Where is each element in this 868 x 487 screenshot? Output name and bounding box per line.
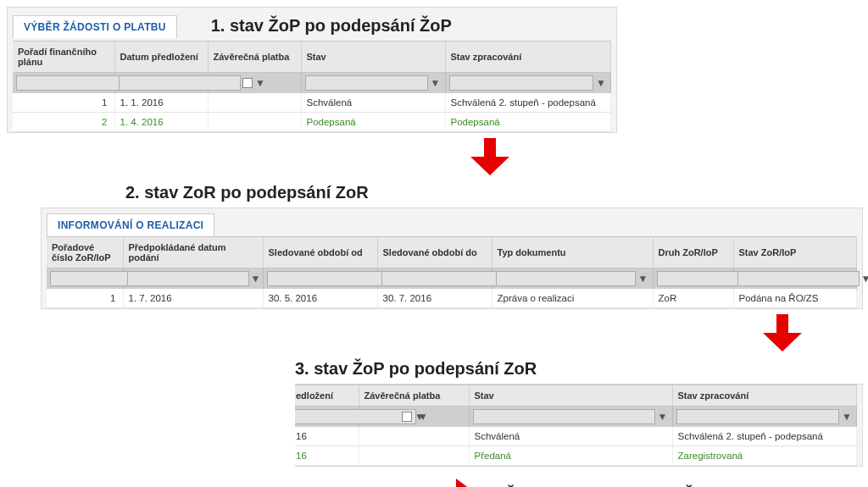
- cell-stav-zprac: Zaregistrovaná: [672, 446, 857, 466]
- cell-zaverecna: [208, 93, 301, 113]
- filter-input[interactable]: [381, 271, 504, 286]
- col-poradove[interactable]: Pořadové číslo ZoR/IoP: [47, 237, 123, 268]
- table-row[interactable]: 1 1. 1. 2016 Schválená Schválená 2. stup…: [13, 93, 611, 113]
- cell-sled-od: 30. 5. 2016: [263, 289, 377, 308]
- filter-zaverecna-checkbox[interactable]: [402, 412, 412, 422]
- funnel-icon[interactable]: ▼: [251, 273, 261, 285]
- cell-predlozeni: 16: [295, 446, 359, 466]
- cell-predlozeni: 16: [295, 427, 359, 446]
- cell-stav-zprac: Schválená 2. stupeň - podepsaná: [672, 427, 857, 446]
- grid-filter-row: ▼ ▼ ▼ ▼ ▼ ▼ ▼: [47, 268, 857, 290]
- col-druh[interactable]: Druh ZoR/IoP: [653, 237, 733, 268]
- funnel-icon[interactable]: ▼: [657, 411, 669, 423]
- tab-informovani[interactable]: INFORMOVÁNÍ O REALIZACI: [47, 213, 214, 236]
- arrow-right-icon: [431, 479, 476, 487]
- cell-stav: Schválená: [469, 427, 672, 446]
- col-predpokladane[interactable]: Předpokládané datum podání: [123, 237, 263, 268]
- cell-poradove: 1: [47, 289, 123, 308]
- cell-stav-zprac: Podepsaná: [445, 113, 611, 132]
- grid-filter-row: ▼ ▼ ▼ ▼: [295, 407, 857, 428]
- heading-section-3: 3. stav ŽoP po podepsání ZoR: [295, 359, 861, 379]
- grid-zop-cropped: edložení Závěrečná platba Stav Stav zpra…: [295, 385, 857, 466]
- funnel-icon[interactable]: ▼: [637, 273, 649, 285]
- cell-zaverecna: [359, 427, 469, 446]
- arrow-down-icon: [470, 138, 509, 175]
- cell-sled-do: 30. 7. 2016: [377, 289, 492, 308]
- cell-poradi: 1: [13, 93, 114, 113]
- cell-stav: Podepsaná: [301, 113, 445, 132]
- funnel-icon[interactable]: ▼: [595, 77, 607, 89]
- col-zaverecna[interactable]: Závěrečná platba: [359, 385, 469, 407]
- grid-header-row: Pořadové číslo ZoR/IoP Předpokládané dat…: [47, 237, 857, 268]
- arrow-down-icon: [763, 314, 802, 351]
- cell-predpokladane: 1. 7. 2016: [123, 289, 263, 308]
- col-sled-do[interactable]: Sledované období do: [377, 237, 492, 268]
- col-stav-zor[interactable]: Stav ZoR/IoP: [733, 237, 857, 268]
- funnel-icon[interactable]: ▼: [841, 411, 853, 423]
- col-poradi[interactable]: Pořadí finančního plánu: [13, 42, 114, 73]
- filter-input[interactable]: [473, 409, 655, 424]
- grid-header-row: Pořadí finančního plánu Datum předložení…: [13, 42, 611, 73]
- grid-zop: Pořadí finančního plánu Datum předložení…: [13, 41, 611, 132]
- filter-input[interactable]: [295, 409, 416, 424]
- funnel-icon[interactable]: ▼: [254, 77, 266, 89]
- cell-stav-zprac: Schválená 2. stupeň - podepsaná: [445, 93, 611, 113]
- grid-filter-row: ▼ ▼ ▼ ▼ ▼: [13, 73, 611, 94]
- grid-zor: Pořadové číslo ZoR/IoP Předpokládané dat…: [47, 236, 857, 308]
- funnel-icon[interactable]: ▼: [414, 411, 426, 423]
- col-stav-zpracovani[interactable]: Stav zpracování: [445, 42, 611, 73]
- filter-stav[interactable]: [305, 75, 428, 91]
- filter-stav-zprac[interactable]: [449, 75, 594, 91]
- col-sled-od[interactable]: Sledované období od: [263, 237, 377, 268]
- table-row[interactable]: 16 Předaná Zaregistrovaná: [295, 446, 857, 466]
- tab-vyber-zadosti[interactable]: VÝBĚR ŽÁDOSTI O PLATBU: [13, 15, 177, 38]
- table-row[interactable]: 16 Schválená Schválená 2. stupeň - podep…: [295, 427, 857, 446]
- col-stav[interactable]: Stav: [469, 385, 672, 407]
- cell-poradi: 2: [13, 113, 114, 132]
- col-stav-zprac[interactable]: Stav zpracování: [672, 385, 857, 407]
- cell-stav-zor: Podána na ŘO/ZS: [733, 289, 857, 308]
- col-typ-dok[interactable]: Typ dokumentu: [492, 237, 653, 268]
- svg-marker-0: [470, 138, 509, 175]
- panel-zop-selection: VÝBĚR ŽÁDOSTI O PLATBU 1. stav ŽoP po po…: [7, 7, 617, 133]
- col-stav[interactable]: Stav: [301, 42, 445, 73]
- cell-zaverecna: [208, 113, 301, 132]
- filter-input[interactable]: [737, 271, 860, 286]
- table-row[interactable]: 1 1. 7. 2016 30. 5. 2016 30. 7. 2016 Zpr…: [47, 289, 857, 308]
- svg-marker-1: [763, 314, 802, 351]
- heading-section-1: 1. stav ŽoP po podepsání ŽoP: [211, 16, 452, 36]
- filter-zaverecna-checkbox[interactable]: [242, 78, 253, 88]
- filter-datum[interactable]: [119, 75, 241, 91]
- panel-informovani: INFORMOVÁNÍ O REALIZACI Pořadové číslo Z…: [41, 208, 863, 309]
- filter-input[interactable]: [676, 409, 840, 424]
- cell-zaverecna: [359, 446, 469, 466]
- cell-datum: 1. 4. 2016: [114, 113, 208, 132]
- funnel-icon[interactable]: ▼: [861, 273, 869, 285]
- heading-section-2: 2. stav ZoR po podepsání ZoR: [125, 183, 861, 202]
- svg-marker-2: [431, 479, 476, 487]
- panel-zop-cropped: edložení Závěrečná platba Stav Stav zpra…: [295, 384, 863, 467]
- col-zaverecna[interactable]: Závěrečná platba: [208, 42, 301, 73]
- cell-druh: ZoR: [653, 289, 733, 308]
- col-predlozeni[interactable]: edložení: [295, 385, 359, 407]
- filter-input[interactable]: [267, 271, 389, 286]
- filter-input[interactable]: [496, 271, 636, 286]
- cell-typ-dok: Zpráva o realizaci: [492, 289, 653, 308]
- table-row[interactable]: 2 1. 4. 2016 Podepsaná Podepsaná: [13, 113, 611, 132]
- cell-stav: Schválená: [301, 93, 445, 113]
- grid-header-row: edložení Závěrečná platba Stav Stav zpra…: [295, 385, 857, 407]
- filter-input[interactable]: [127, 271, 249, 286]
- funnel-icon[interactable]: ▼: [430, 77, 442, 89]
- cell-stav: Předaná: [469, 446, 672, 466]
- col-datum[interactable]: Datum předložení: [114, 42, 208, 73]
- cell-datum: 1. 1. 2016: [114, 93, 208, 113]
